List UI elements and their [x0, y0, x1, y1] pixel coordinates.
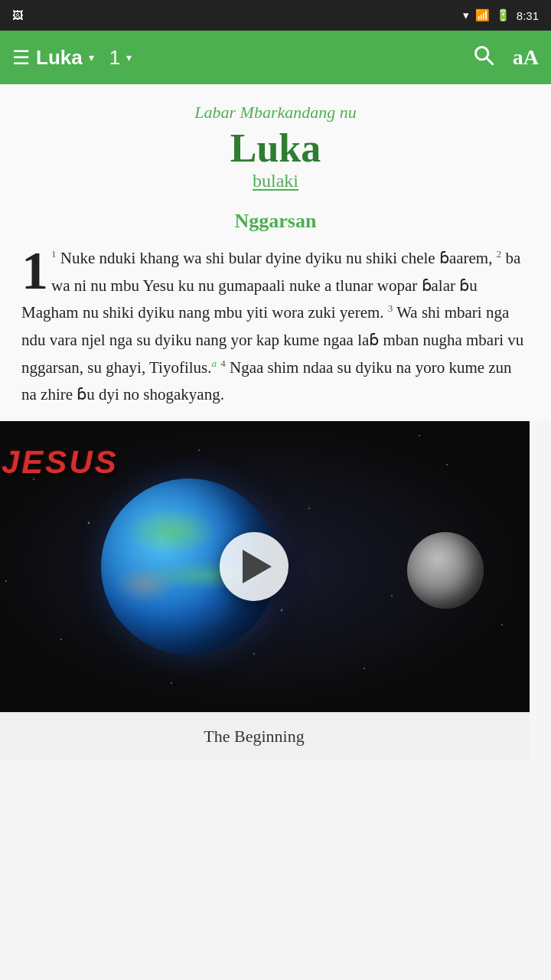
content-area: Labar Mbarkandang nu Luka bulaki Nggarsa…	[0, 84, 551, 421]
chapter-label[interactable]: 1	[109, 46, 120, 70]
font-size-button[interactable]: aA	[513, 45, 539, 70]
wifi-icon: ▾	[463, 8, 469, 22]
verse-1-text: Nuke nduki khang wa shi bular dyine dyik…	[60, 249, 497, 267]
section-heading: Nggarsan	[21, 210, 530, 233]
search-button[interactable]	[473, 44, 494, 71]
verse-block: 1 1 Nuke nduki khang wa shi bular dyine …	[21, 245, 530, 409]
verse-num-2: 2	[497, 248, 502, 260]
video-caption: The Beginning	[0, 712, 530, 760]
chapter-dropdown-arrow[interactable]: ▾	[126, 51, 132, 64]
play-button[interactable]	[220, 532, 289, 601]
menu-button[interactable]: ☰	[12, 46, 30, 70]
signal-icon: 📶	[475, 8, 490, 22]
time-display: 8:31	[517, 9, 539, 22]
book-subtitle: Labar Mbarkandang nu	[21, 103, 530, 122]
svg-line-1	[487, 58, 493, 64]
book-name-label[interactable]: Luka	[36, 46, 83, 70]
image-icon: 🖼	[12, 9, 23, 21]
status-left: 🖼	[12, 9, 23, 21]
app-bar-title: ☰ Luka ▾ 1 ▾	[12, 46, 461, 70]
video-container: JESUS The Beginning	[0, 421, 530, 760]
book-author: bulaki	[21, 171, 530, 191]
verse-num-4: 4	[220, 358, 226, 369]
battery-icon: 🔋	[496, 8, 510, 22]
book-main-title: Luka	[21, 126, 530, 171]
status-bar: 🖼 ▾ 📶 🔋 8:31	[0, 0, 551, 31]
book-dropdown-arrow[interactable]: ▾	[89, 51, 94, 64]
status-right: ▾ 📶 🔋 8:31	[463, 8, 539, 22]
book-header: Labar Mbarkandang nu Luka bulaki	[21, 103, 530, 191]
video-thumbnail[interactable]: JESUS	[0, 421, 530, 712]
play-triangle-icon	[243, 550, 272, 583]
chapter-number-display: 1	[21, 247, 48, 295]
app-bar-actions: aA	[473, 44, 539, 71]
moon-planet	[407, 532, 484, 609]
app-bar: ☰ Luka ▾ 1 ▾ aA	[0, 31, 551, 84]
footnote-a-ref[interactable]: a	[212, 358, 217, 369]
verse-num-1: 1	[51, 248, 57, 260]
jesus-title: JESUS	[2, 444, 119, 481]
verse-num-3: 3	[388, 302, 393, 314]
